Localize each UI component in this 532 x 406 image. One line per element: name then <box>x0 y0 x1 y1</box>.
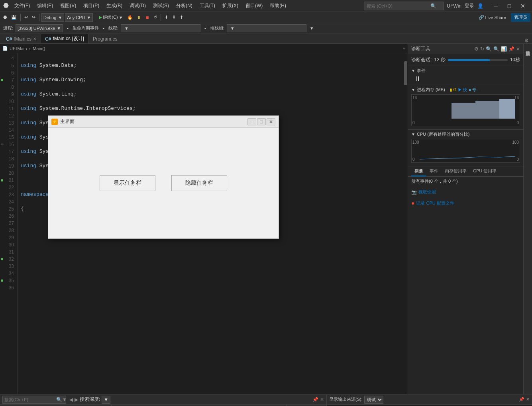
user-icon: 👤 <box>477 3 483 9</box>
pause-button[interactable]: ⏸ <box>135 13 143 22</box>
restart-button[interactable]: ↺ <box>152 13 159 22</box>
step-over-button[interactable]: ⬇ <box>171 13 177 22</box>
tab-fmain-design[interactable]: C# fMain.cs [设计] <box>41 34 88 43</box>
floating-maximize-button[interactable]: □ <box>257 118 266 125</box>
stop-button[interactable]: ⏹ <box>143 13 151 22</box>
vars-search-input[interactable] <box>4 397 56 402</box>
stack-expand-icon[interactable]: ▼ <box>310 26 314 31</box>
window-controls: ─ □ ✕ <box>490 2 529 10</box>
editor-scrollbar[interactable] <box>404 53 408 394</box>
close-button[interactable]: ✕ <box>517 2 529 10</box>
diag-tab-cpu-usage[interactable]: CPU 使用率 <box>470 166 500 176</box>
cpu-chart: 100 100 0 0 <box>411 139 520 163</box>
main-area: 📄 UF.fMain › fMain() + 4 5 6 7 8 9 10 11… <box>0 44 532 394</box>
floating-minimize-button[interactable]: ─ <box>247 118 256 125</box>
menu-tools[interactable]: 工具(T) <box>196 2 218 10</box>
menu-view[interactable]: 视图(V) <box>57 2 79 10</box>
maximize-button[interactable]: □ <box>503 2 515 10</box>
stack-selector[interactable]: ▼ <box>227 24 306 32</box>
vars-search[interactable]: 🔍 ▼ <box>2 396 66 404</box>
pin-icon[interactable]: 📌 <box>508 46 514 52</box>
cpu-record-label[interactable]: 记录 CPU 配置文件 <box>416 200 454 206</box>
breadcrumb-member[interactable]: fMain() <box>31 46 45 51</box>
tab-gear-icon[interactable]: ⚙ <box>524 38 529 43</box>
tab-program[interactable]: Program.cs <box>88 34 122 43</box>
show-taskbar-button[interactable]: 显示任务栏 <box>100 175 155 191</box>
nav-back-icon[interactable]: ◀ <box>69 397 73 402</box>
breadcrumb-icon: 📄 <box>2 46 8 51</box>
tab-fmain-code[interactable]: C# fMain.cs ✕ <box>2 34 41 43</box>
events-header: ▼ 事件 <box>411 68 520 74</box>
step-out-button[interactable]: ⬆ <box>178 13 185 22</box>
diag-close-icon[interactable]: ✕ <box>516 46 520 52</box>
save-button[interactable]: 💾 <box>10 13 18 22</box>
diag-tab-summary[interactable]: 摘要 <box>411 166 426 176</box>
memory-collapse-icon[interactable]: ▼ <box>411 88 415 92</box>
floating-close-button[interactable]: ✕ <box>267 118 275 125</box>
menu-help[interactable]: 帮助(H) <box>267 2 289 10</box>
diagnostics-title: 诊断工具 <box>411 45 430 52</box>
lifecycle-link[interactable]: 生命周期事件 <box>73 25 99 31</box>
thread-selector[interactable]: ▼ <box>121 24 200 32</box>
admin-button[interactable]: 管理员 <box>511 13 530 22</box>
depth-dropdown[interactable]: ▼ <box>102 396 110 404</box>
cpu-collapse-icon[interactable]: ▼ <box>411 132 415 137</box>
menu-debug[interactable]: 调试(D) <box>126 2 149 10</box>
pause-events-btn[interactable]: ⏸ <box>414 75 421 82</box>
search-input[interactable] <box>367 4 430 8</box>
hide-taskbar-button[interactable]: 隐藏任务栏 <box>171 175 227 191</box>
diag-tab-events[interactable]: 事件 <box>426 166 442 176</box>
cpu-target-dropdown[interactable]: Any CPU ▼ <box>65 13 93 22</box>
search-dropdown-icon[interactable]: ▼ <box>62 397 67 402</box>
settings-icon[interactable]: ⚙ <box>474 46 479 52</box>
menu-file[interactable]: 文件(F) <box>11 2 33 10</box>
chart-icon[interactable]: 📊 <box>501 46 507 52</box>
debug-mode-dropdown[interactable]: Debug ▼ <box>41 13 64 22</box>
menu-build[interactable]: 生成(B) <box>103 2 126 10</box>
close-panel-icon[interactable]: ✕ <box>320 397 324 402</box>
line-18: 18 <box>0 155 17 162</box>
output-title: 显示输出来源(S): <box>329 396 363 402</box>
toolbar-sep-2 <box>39 14 39 21</box>
close-output-icon[interactable]: ✕ <box>526 397 530 402</box>
step-into-button[interactable]: ⬇ <box>163 13 170 22</box>
hot-reload-button[interactable]: 🔥 <box>126 13 134 22</box>
diag-tab-memory-usage[interactable]: 内存使用率 <box>442 166 470 176</box>
live-share-button[interactable]: 🔗 Live Share <box>477 13 508 22</box>
menu-project[interactable]: 项目(P) <box>80 2 102 10</box>
menu-window[interactable]: 窗口(W) <box>242 2 266 10</box>
scrollbar-thumb[interactable] <box>404 61 407 85</box>
new-file-button[interactable]: ⬣ <box>2 13 9 22</box>
refresh-icon[interactable]: ↻ <box>480 46 484 52</box>
nav-forward-icon[interactable]: ▶ <box>75 397 78 402</box>
menu-edit[interactable]: 编辑(E) <box>34 2 56 10</box>
search-icon: 🔍 <box>430 3 436 9</box>
undo-button[interactable]: ↩ <box>23 13 29 22</box>
zoom-out-icon[interactable]: 🔍 <box>493 46 499 52</box>
process-label: 进程: <box>3 25 13 31</box>
breadcrumb-namespace[interactable]: UF.fMain <box>10 46 27 51</box>
snapshot-label[interactable]: 截取快照 <box>418 189 436 195</box>
menu-extensions[interactable]: 扩展(X) <box>219 2 241 10</box>
breadcrumb-add-icon[interactable]: + <box>403 46 405 51</box>
tab-close-fmain[interactable]: ✕ <box>33 37 36 41</box>
menu-test[interactable]: 测试(S) <box>150 2 172 10</box>
events-collapse-icon[interactable]: ▼ <box>411 68 415 73</box>
toolbar-sep-3 <box>95 14 95 21</box>
menu-analyze[interactable]: 分析(N) <box>173 2 196 10</box>
zoom-in-icon[interactable]: 🔍 <box>486 46 492 52</box>
title-search[interactable]: 🔍 <box>364 2 444 10</box>
output-source-select[interactable]: 调试 <box>364 396 383 404</box>
line-17: 17 <box>0 148 17 155</box>
play-icon: ▶ <box>99 15 102 20</box>
login-icon[interactable]: 登录 <box>465 2 474 9</box>
process-selector[interactable]: [39628] UFWin.exe ▼ <box>16 24 63 32</box>
pin-icon[interactable]: 📌 <box>519 397 524 402</box>
editor-tabs: C# fMain.cs ✕ C# fMain.cs [设计] Program.c… <box>0 33 532 44</box>
far-right-item-1[interactable]: 常规视图浏览器 <box>524 45 532 50</box>
redo-button[interactable]: ↪ <box>30 13 37 22</box>
continue-button[interactable]: ▶ 继续(C) ▼ <box>97 13 124 22</box>
line-35: 35 <box>0 277 17 284</box>
minimize-button[interactable]: ─ <box>490 2 502 10</box>
pin-icon[interactable]: 📌 <box>312 397 318 402</box>
